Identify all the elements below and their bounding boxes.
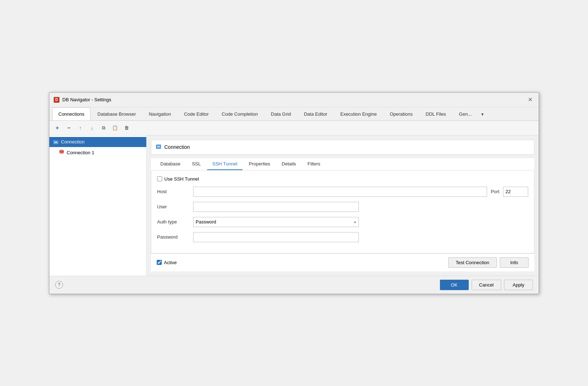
right-panel: Connection Database SSL SSH Tunnel Prope…: [147, 136, 539, 276]
delete-button[interactable]: 🗑: [121, 123, 132, 133]
user-row: User: [157, 202, 528, 212]
sub-tab-details[interactable]: Details: [277, 158, 301, 170]
tab-code-completion[interactable]: Code Completion: [215, 107, 264, 120]
sub-tab-ssh-tunnel[interactable]: SSH Tunnel: [207, 158, 242, 170]
footer-right: OK Cancel Apply: [440, 280, 533, 290]
ssh-tunnel-panel: Use SSH Tunnel Host Port: [151, 170, 534, 253]
tab-code-editor[interactable]: Code Editor: [178, 107, 215, 120]
content-area: Database SSL SSH Tunnel Properties Detai…: [151, 158, 534, 271]
test-connection-button[interactable]: Test Connection: [448, 257, 497, 268]
use-ssh-tunnel-row: Use SSH Tunnel: [157, 176, 528, 182]
active-label[interactable]: Active: [164, 260, 177, 265]
tab-data-grid[interactable]: Data Grid: [265, 107, 297, 120]
password-label: Password: [157, 234, 190, 240]
close-button[interactable]: ✕: [526, 96, 534, 104]
password-input[interactable]: [193, 232, 359, 242]
port-input[interactable]: [503, 187, 528, 197]
svg-rect-1: [53, 140, 55, 141]
svg-point-6: [59, 152, 64, 154]
move-up-button[interactable]: ↑: [75, 123, 85, 133]
bottom-right: Test Connection Info: [448, 257, 529, 268]
tab-navigation[interactable]: Navigation: [143, 107, 177, 120]
sub-tab-filters[interactable]: Filters: [303, 158, 325, 170]
auth-type-select-wrapper: Password Key Pair ▾: [193, 217, 359, 227]
toolbar: + − ↑ ↓ ⧉ 📋 🗑: [49, 121, 539, 136]
info-button[interactable]: Info: [500, 257, 529, 268]
tab-operations[interactable]: Operations: [384, 107, 419, 120]
sidebar-item-connection1-label: Connection 1: [67, 150, 94, 155]
sidebar: Connection Connection 1: [49, 136, 147, 276]
arrow-up-icon: ↑: [79, 125, 82, 131]
title-bar-left: D DB Navigator - Settings: [54, 97, 111, 103]
sidebar-item-connection[interactable]: Connection: [49, 137, 146, 147]
active-checkbox[interactable]: [157, 260, 162, 265]
remove-button[interactable]: −: [64, 123, 74, 133]
user-input[interactable]: [193, 202, 359, 212]
host-input-wrap: [193, 187, 487, 197]
auth-type-label: Auth type: [157, 219, 190, 225]
main-content: Connection Connection 1: [49, 136, 539, 276]
tab-gen[interactable]: Gen...: [453, 107, 478, 120]
tab-connections[interactable]: Connections: [52, 107, 90, 121]
paste-button[interactable]: 📋: [110, 123, 120, 133]
svg-rect-8: [156, 145, 161, 149]
title-bar: D DB Navigator - Settings ✕: [49, 93, 539, 107]
add-icon: +: [55, 125, 59, 131]
app-icon: D: [54, 97, 59, 103]
panel-title: Connection: [164, 144, 190, 150]
auth-type-select[interactable]: Password Key Pair: [193, 217, 359, 227]
top-tab-bar: Connections Database Browser Navigation …: [49, 107, 539, 121]
delete-icon: 🗑: [124, 125, 129, 130]
folder-icon: [53, 139, 59, 145]
bottom-left: Active: [157, 260, 177, 265]
svg-point-7: [59, 150, 64, 151]
app-icon-text: D: [55, 98, 58, 102]
use-ssh-tunnel-label[interactable]: Use SSH Tunnel: [164, 176, 199, 182]
move-down-button[interactable]: ↓: [87, 123, 97, 133]
panel-header-icon: [156, 144, 161, 151]
cancel-button[interactable]: Cancel: [472, 280, 501, 290]
tab-data-editor[interactable]: Data Editor: [298, 107, 333, 120]
copy-icon: ⧉: [102, 125, 105, 131]
remove-icon: −: [67, 125, 70, 131]
paste-icon: 📋: [112, 125, 118, 130]
password-row: Password: [157, 232, 528, 242]
tab-execution-engine[interactable]: Execution Engine: [334, 107, 383, 120]
window-title: DB Navigator - Settings: [62, 97, 111, 102]
ok-button[interactable]: OK: [440, 280, 469, 290]
main-window: D DB Navigator - Settings ✕ Connections …: [49, 92, 539, 294]
port-label: Port: [491, 189, 499, 194]
add-button[interactable]: +: [52, 123, 62, 133]
copy-button[interactable]: ⧉: [98, 123, 108, 133]
panel-header: Connection: [151, 140, 534, 155]
help-button[interactable]: ?: [55, 281, 63, 289]
tab-ddl-files[interactable]: DDL Files: [419, 107, 452, 120]
sidebar-item-connection-label: Connection: [61, 139, 85, 145]
bottom-bar: Active Test Connection Info: [151, 253, 534, 271]
arrow-down-icon: ↓: [91, 125, 93, 131]
sub-tab-bar: Database SSL SSH Tunnel Properties Detai…: [151, 158, 534, 170]
host-input[interactable]: [193, 187, 487, 197]
user-label: User: [157, 204, 190, 209]
sub-tab-ssl[interactable]: SSL: [187, 158, 206, 170]
sidebar-item-connection1[interactable]: Connection 1: [49, 147, 146, 158]
tab-database-browser[interactable]: Database Browser: [91, 107, 142, 120]
footer-left: ?: [55, 281, 63, 289]
apply-button[interactable]: Apply: [504, 280, 533, 290]
svg-rect-0: [53, 141, 58, 144]
tab-overflow-button[interactable]: ▾: [478, 108, 486, 120]
sub-tab-properties[interactable]: Properties: [244, 158, 275, 170]
database-icon: [59, 149, 64, 156]
active-row: Active: [157, 260, 177, 265]
host-row: Host Port: [157, 187, 528, 197]
sub-tab-database[interactable]: Database: [155, 158, 186, 170]
use-ssh-tunnel-checkbox[interactable]: [157, 176, 162, 181]
footer: ? OK Cancel Apply: [49, 276, 539, 294]
auth-type-row: Auth type Password Key Pair ▾: [157, 217, 528, 227]
host-label: Host: [157, 189, 190, 194]
